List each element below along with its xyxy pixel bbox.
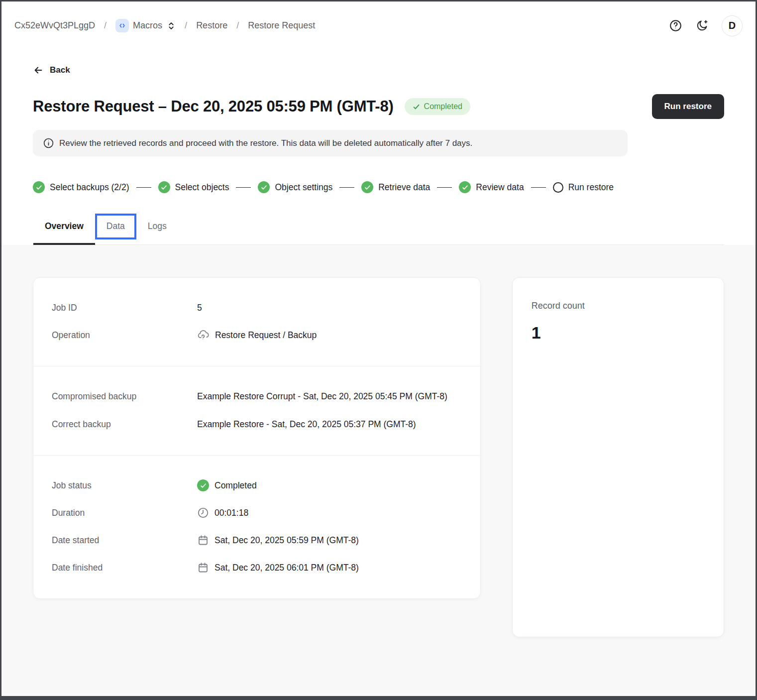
operation-value: Restore Request / Backup [215,327,317,343]
field-label: Operation [52,327,197,343]
field-row-job-id: Job ID 5 [52,300,462,316]
field-row-duration: Duration 00:01:18 [52,505,462,521]
backups-section: Compromised backup Example Restore Corru… [33,366,480,455]
breadcrumb-page[interactable]: Restore Request [248,20,315,31]
cloud-question-icon [197,329,210,341]
step-label: Run restore [568,182,614,193]
step-label: Retrieve data [378,182,430,193]
breadcrumb-app-selector[interactable]: Macros [115,19,176,32]
job-id-section: Job ID 5 Operation Restore Request / Bac… [33,278,480,366]
breadcrumb-app-label: Macros [133,20,162,31]
record-count-value: 1 [532,323,705,343]
record-count-label: Record count [532,301,705,311]
step-label: Select objects [175,182,229,193]
step-select-backups[interactable]: Select backups (2/2) [33,181,129,193]
chevron-updown-icon [167,21,176,30]
step-check-icon [258,181,270,193]
step-pending-icon [553,182,563,193]
field-row-compromised-backup: Compromised backup Example Restore Corru… [52,388,462,404]
back-button[interactable]: Back [33,65,70,76]
info-icon [43,137,54,149]
page-title: Restore Request – Dec 20, 2025 05:59 PM … [33,98,394,116]
tab-bar: Overview Data Logs [33,208,724,245]
field-label: Compromised backup [52,388,197,404]
field-label: Correct backup [52,416,197,432]
breadcrumb-org[interactable]: Cx52eWvQt3PLggD [14,20,95,31]
step-check-icon [459,181,471,193]
topbar-actions: D [669,15,743,36]
field-value: Sat, Dec 20, 2025 05:59 PM (GMT-8) [197,532,359,548]
calendar-icon [197,534,209,546]
info-banner: Review the retrieved records and proceed… [33,130,628,156]
field-value: Example Restore - Sat, Dec 20, 2025 05:3… [197,416,416,432]
job-details-card: Job ID 5 Operation Restore Request / Bac… [33,277,481,599]
step-connector [437,187,452,188]
field-label: Date started [52,532,197,548]
check-circle-icon [197,479,209,491]
info-banner-text: Review the retrieved records and proceed… [59,138,472,148]
field-row-correct-backup: Correct backup Example Restore - Sat, De… [52,416,462,432]
step-connector [531,187,546,188]
avatar[interactable]: D [722,15,743,36]
field-label: Date finished [52,560,197,576]
job-status-value: Completed [215,477,257,493]
field-label: Duration [52,505,197,521]
field-row-date-started: Date started Sat, Dec 20, 2025 05:59 PM … [52,532,462,548]
avatar-initial: D [729,20,736,31]
wizard-stepper: Select backups (2/2) Select objects Obje… [33,181,724,193]
tab-data[interactable]: Data [95,214,136,239]
calendar-icon [197,562,209,574]
field-value: 00:01:18 [197,505,248,521]
field-row-date-finished: Date finished Sat, Dec 20, 2025 06:01 PM… [52,560,462,576]
field-label: Job status [52,477,197,493]
overview-content: Job ID 5 Operation Restore Request / Bac… [1,245,756,696]
field-value: 5 [197,300,202,316]
step-object-settings[interactable]: Object settings [258,181,332,193]
step-connector [339,187,354,188]
field-label: Job ID [52,300,197,316]
breadcrumb-separator: / [236,20,239,31]
field-value: Sat, Dec 20, 2025 06:01 PM (GMT-8) [197,560,359,576]
step-check-icon [158,181,170,193]
date-finished-value: Sat, Dec 20, 2025 06:01 PM (GMT-8) [215,560,359,576]
page-header: Back Restore Request – Dec 20, 2025 05:5… [1,50,756,245]
status-badge-label: Completed [424,102,462,111]
record-count-card: Record count 1 [512,277,724,637]
breadcrumb: Cx52eWvQt3PLggD / Macros / Restore / Res… [14,19,315,32]
top-bar: Cx52eWvQt3PLggD / Macros / Restore / Res… [1,1,756,50]
step-label: Object settings [275,182,332,193]
step-connector [136,187,151,188]
breadcrumb-section[interactable]: Restore [196,20,227,31]
step-retrieve-data[interactable]: Retrieve data [361,181,430,193]
breadcrumb-separator: / [185,20,187,31]
title-row: Restore Request – Dec 20, 2025 05:59 PM … [33,94,724,119]
duration-value: 00:01:18 [215,505,248,521]
arrow-left-icon [33,65,44,76]
step-check-icon [33,181,45,193]
back-label: Back [50,65,70,75]
status-section: Job status Completed Duration 00: [33,455,480,598]
step-check-icon [361,181,373,193]
date-started-value: Sat, Dec 20, 2025 05:59 PM (GMT-8) [215,532,359,548]
field-value: Restore Request / Backup [197,327,317,343]
app-window: Cx52eWvQt3PLggD / Macros / Restore / Res… [0,0,757,700]
run-restore-button[interactable]: Run restore [652,94,724,119]
clock-icon [197,507,209,519]
tab-logs[interactable]: Logs [136,208,178,244]
step-connector [236,187,251,188]
step-review-data[interactable]: Review data [459,181,524,193]
status-badge: Completed [405,98,470,115]
step-label: Select backups (2/2) [50,182,129,193]
code-brackets-icon [115,19,129,32]
breadcrumb-separator: / [104,20,107,31]
field-value: Completed [197,477,257,493]
check-icon [413,103,420,111]
help-icon[interactable] [669,19,682,32]
step-run-restore[interactable]: Run restore [553,182,614,193]
field-value: Example Restore Corrupt - Sat, Dec 20, 2… [197,388,447,404]
dark-mode-icon[interactable] [695,19,709,32]
step-label: Review data [476,182,524,193]
step-select-objects[interactable]: Select objects [158,181,229,193]
tab-overview[interactable]: Overview [33,208,95,244]
field-row-job-status: Job status Completed [52,477,462,493]
